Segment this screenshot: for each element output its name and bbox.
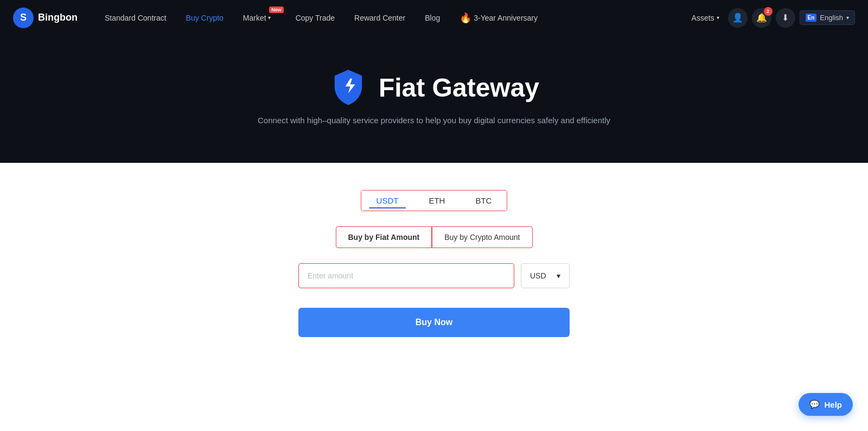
language-selector[interactable]: En English ▾ — [800, 10, 855, 25]
tab-btc[interactable]: BTC — [460, 191, 507, 211]
chevron-down-icon: ▾ — [268, 15, 271, 21]
nav-market[interactable]: Market ▾ New — [233, 0, 286, 35]
language-label: English — [820, 14, 843, 22]
hero-section: Fiat Gateway Connect with high–quality s… — [0, 35, 868, 163]
logo-text: Bingbon — [38, 12, 78, 23]
nav-links: Standard Contract Buy Crypto Market ▾ Ne… — [95, 0, 687, 35]
buy-now-button[interactable]: Buy Now — [298, 308, 570, 337]
amount-input[interactable] — [298, 263, 514, 288]
download-button[interactable]: ⬇ — [776, 8, 795, 28]
notifications-button[interactable]: 🔔 2 — [752, 8, 771, 28]
market-new-badge: New — [269, 7, 284, 13]
hero-subtitle: Connect with high–quality service provid… — [11, 116, 857, 125]
tab-buy-crypto-amount[interactable]: Buy by Crypto Amount — [432, 226, 532, 248]
language-flag: En — [806, 14, 817, 22]
notification-badge: 2 — [764, 7, 773, 16]
user-icon: 👤 — [732, 12, 743, 23]
language-chevron-icon: ▾ — [846, 15, 849, 21]
currency-chevron-icon: ▾ — [557, 271, 560, 280]
buy-type-tabs: Buy by Fiat Amount Buy by Crypto Amount — [336, 226, 533, 248]
logo-icon: S — [13, 8, 34, 28]
tab-buy-fiat-amount[interactable]: Buy by Fiat Amount — [336, 226, 432, 248]
hero-title: Fiat Gateway — [379, 73, 539, 103]
nav-reward-center[interactable]: Reward Center — [344, 0, 415, 35]
nav-standard-contract[interactable]: Standard Contract — [95, 0, 176, 35]
nav-blog[interactable]: Blog — [415, 0, 450, 35]
nav-buy-crypto[interactable]: Buy Crypto — [176, 0, 233, 35]
tab-eth[interactable]: ETH — [413, 191, 460, 211]
currency-value: USD — [530, 271, 546, 280]
hero-icon-wrap: Fiat Gateway — [11, 68, 857, 107]
assets-dropdown[interactable]: Assets ▾ — [687, 14, 724, 22]
user-avatar-button[interactable]: 👤 — [728, 8, 748, 28]
tab-usdt[interactable]: USDT — [361, 191, 414, 211]
download-icon: ⬇ — [782, 12, 789, 23]
nav-anniversary[interactable]: 🔥 3-Year Anniversary — [450, 0, 547, 35]
navbar: S Bingbon Standard Contract Buy Crypto M… — [0, 0, 868, 35]
nav-right: Assets ▾ 👤 🔔 2 ⬇ En English ▾ — [687, 8, 855, 28]
main-content: USDT ETH BTC Buy by Fiat Amount Buy by C… — [0, 163, 868, 381]
assets-chevron-icon: ▾ — [717, 15, 719, 21]
shield-bolt-icon — [329, 68, 368, 107]
crypto-tabs: USDT ETH BTC — [361, 190, 508, 211]
amount-row: USD ▾ — [298, 263, 570, 288]
nav-copy-trade[interactable]: Copy Trade — [286, 0, 344, 35]
currency-selector[interactable]: USD ▾ — [521, 263, 570, 288]
logo-letter: S — [20, 12, 27, 23]
fire-icon: 🔥 — [459, 12, 471, 24]
logo[interactable]: S Bingbon — [13, 8, 78, 28]
